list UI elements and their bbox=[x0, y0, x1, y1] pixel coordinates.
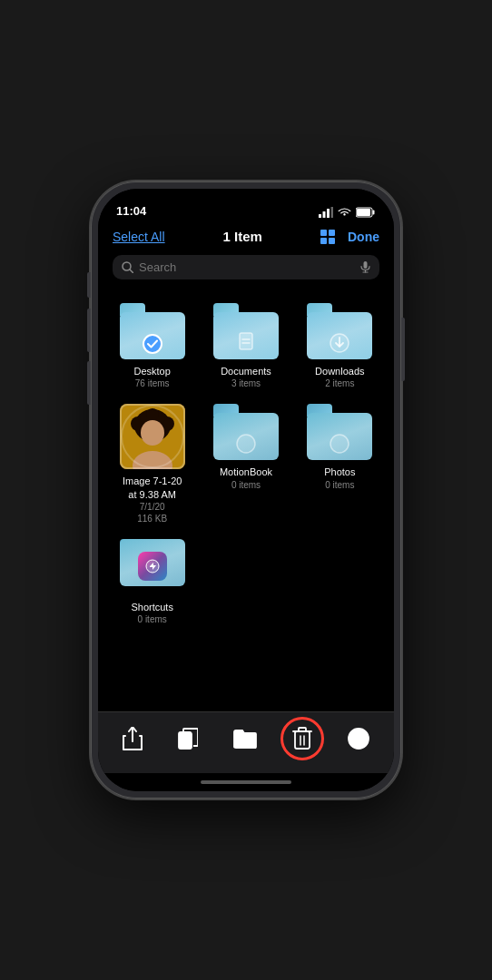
power-button[interactable] bbox=[401, 318, 405, 381]
downloads-folder-icon bbox=[307, 303, 372, 359]
svg-rect-33 bbox=[179, 732, 192, 749]
phone-screen: 11:04 bbox=[98, 189, 394, 791]
svg-rect-2 bbox=[327, 209, 330, 218]
downloads-name: Downloads bbox=[315, 365, 364, 377]
search-input[interactable] bbox=[139, 260, 355, 274]
svg-rect-1 bbox=[323, 211, 326, 218]
nav-bar: Select All 1 Item Done bbox=[98, 223, 394, 251]
files-grid: Desktop 76 items bbox=[109, 296, 383, 632]
image-meta2: 116 KB bbox=[137, 513, 167, 524]
svg-rect-5 bbox=[357, 209, 370, 216]
documents-name: Documents bbox=[221, 365, 271, 377]
svg-rect-7 bbox=[320, 230, 327, 236]
desktop-name: Desktop bbox=[133, 365, 170, 377]
svg-rect-9 bbox=[320, 238, 327, 244]
mic-icon[interactable] bbox=[360, 261, 370, 274]
svg-rect-10 bbox=[329, 238, 335, 244]
photos-name: Photos bbox=[324, 466, 355, 478]
svg-rect-0 bbox=[319, 214, 321, 218]
home-indicator bbox=[98, 773, 394, 791]
documents-icon-overlay bbox=[233, 330, 259, 356]
svg-point-42 bbox=[361, 737, 364, 740]
downloads-meta: 2 items bbox=[325, 377, 354, 389]
svg-rect-13 bbox=[364, 261, 368, 269]
search-icon bbox=[122, 261, 133, 273]
shortcuts-name: Shortcuts bbox=[131, 601, 172, 613]
downloads-icon-overlay bbox=[327, 330, 352, 356]
battery-icon bbox=[356, 207, 376, 218]
photos-meta: 0 items bbox=[325, 479, 354, 491]
signal-icon bbox=[319, 207, 333, 218]
svg-rect-16 bbox=[240, 333, 252, 349]
svg-rect-3 bbox=[331, 207, 334, 218]
svg-rect-6 bbox=[373, 211, 375, 215]
volume-down-button[interactable] bbox=[87, 361, 91, 405]
file-item-downloads[interactable]: Downloads 2 items bbox=[297, 303, 383, 389]
notch bbox=[192, 189, 300, 209]
photos-folder-icon bbox=[307, 404, 372, 460]
desktop-folder-icon bbox=[120, 303, 185, 359]
share-button[interactable] bbox=[115, 723, 150, 754]
file-item-photos[interactable]: Photos 0 items bbox=[297, 404, 383, 524]
volume-up-button[interactable] bbox=[87, 309, 91, 352]
image-selection-ring bbox=[120, 404, 185, 469]
documents-folder-icon bbox=[213, 303, 279, 359]
image-thumbnail bbox=[120, 404, 185, 469]
wifi-icon bbox=[338, 207, 351, 218]
svg-point-31 bbox=[330, 435, 349, 453]
nav-right-controls: Done bbox=[320, 230, 379, 244]
done-button[interactable]: Done bbox=[348, 230, 379, 244]
delete-button[interactable] bbox=[285, 723, 320, 754]
bottom-toolbar bbox=[98, 711, 394, 773]
status-icons bbox=[319, 207, 376, 218]
desktop-meta: 76 items bbox=[135, 377, 170, 389]
svg-line-12 bbox=[130, 270, 133, 273]
grid-view-icon[interactable] bbox=[320, 230, 339, 244]
nav-title: 1 Item bbox=[223, 229, 262, 244]
home-bar bbox=[201, 780, 291, 784]
file-item-desktop[interactable]: Desktop 76 items bbox=[109, 303, 195, 389]
motionbook-icon-overlay bbox=[233, 431, 259, 456]
more-button[interactable] bbox=[340, 724, 377, 753]
motionbook-folder-icon bbox=[213, 404, 279, 460]
motionbook-name: MotionBook bbox=[220, 466, 272, 478]
svg-point-41 bbox=[357, 737, 359, 740]
search-bar bbox=[98, 251, 394, 289]
file-item-documents[interactable]: Documents 3 items bbox=[202, 303, 289, 389]
delete-ring-highlight bbox=[280, 717, 324, 760]
phone-frame: 11:04 bbox=[91, 181, 401, 799]
shortcuts-folder-icon bbox=[120, 539, 185, 595]
copy-button[interactable] bbox=[171, 724, 205, 753]
select-all-button[interactable]: Select All bbox=[113, 230, 165, 244]
motionbook-meta: 0 items bbox=[231, 479, 261, 491]
file-item-image[interactable]: Image 7-1-20at 9.38 AM 7/1/20 116 KB bbox=[109, 404, 195, 524]
svg-point-40 bbox=[352, 737, 355, 740]
file-item-shortcuts[interactable]: Shortcuts 0 items bbox=[109, 539, 195, 625]
documents-meta: 3 items bbox=[231, 377, 261, 389]
move-to-folder-button[interactable] bbox=[226, 725, 264, 752]
photos-icon-overlay bbox=[327, 431, 352, 456]
file-item-motionbook[interactable]: MotionBook 0 items bbox=[202, 404, 289, 524]
selected-badge-desktop bbox=[143, 334, 162, 354]
svg-point-30 bbox=[237, 435, 255, 453]
shortcuts-meta: 0 items bbox=[138, 613, 167, 625]
search-input-wrap[interactable] bbox=[113, 255, 379, 279]
svg-rect-8 bbox=[329, 230, 335, 236]
mute-button[interactable] bbox=[87, 272, 91, 298]
main-content: Desktop 76 items bbox=[98, 289, 394, 711]
image-name: Image 7-1-20at 9.38 AM bbox=[123, 475, 182, 501]
status-time: 11:04 bbox=[116, 204, 146, 218]
image-meta1: 7/1/20 bbox=[140, 501, 165, 513]
